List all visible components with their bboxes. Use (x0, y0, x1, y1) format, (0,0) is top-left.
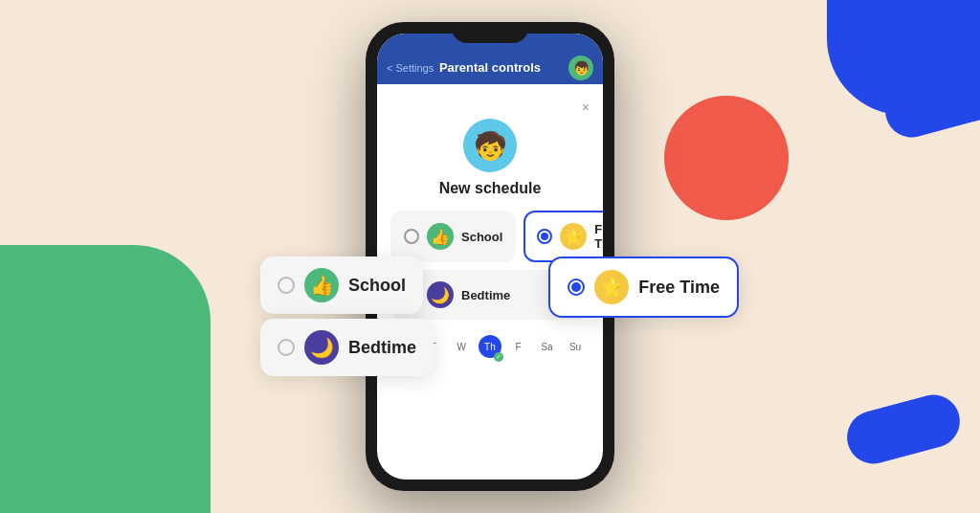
option-freetime[interactable]: ⭐ Free Time (523, 211, 603, 262)
phone-notch (452, 22, 528, 43)
float-radio-school (278, 277, 295, 294)
modal-title: New schedule (439, 180, 542, 197)
bg-green-shape (0, 245, 211, 513)
option-school[interactable]: 👍 School (390, 211, 516, 262)
phone-wrapper: < Settings Parental controls 👦 × 🧒 New s… (366, 22, 614, 491)
bedtime-icon: 🌙 (427, 281, 454, 308)
float-radio-freetime (568, 279, 585, 296)
radio-freetime (537, 229, 552, 244)
school-label: School (461, 230, 502, 244)
option-row-1: 👍 School ⭐ Free Time (390, 211, 590, 262)
float-freetime-label: Free Time (638, 278, 720, 298)
float-radio-bedtime (278, 339, 295, 356)
day-Sa[interactable]: Sa (535, 335, 558, 358)
freetime-label: Free Time (594, 222, 603, 251)
day-F[interactable]: F (507, 335, 530, 358)
header-avatar: 👦 (568, 56, 593, 80)
float-freetime-icon: ⭐ (594, 270, 629, 304)
bg-blue-shape-bottom (841, 389, 966, 469)
bg-red-shape (664, 96, 789, 220)
school-icon: 👍 (427, 223, 454, 250)
day-Th[interactable]: Th ✓ (479, 335, 501, 358)
float-bedtime-label: Bedtime (348, 338, 416, 358)
float-school-label: School (348, 276, 406, 296)
radio-school (404, 229, 419, 244)
day-check-icon: ✓ (494, 352, 503, 362)
close-button[interactable]: × (582, 100, 590, 115)
floating-bedtime-card[interactable]: 🌙 Bedtime (260, 319, 434, 376)
floating-school-card[interactable]: 👍 School (260, 256, 423, 314)
back-button[interactable]: < Settings (387, 62, 434, 74)
bedtime-label: Bedtime (461, 288, 510, 302)
float-school-icon: 👍 (304, 268, 339, 302)
header-title: Parental controls (439, 60, 541, 75)
floating-freetime-card[interactable]: ⭐ Free Time (548, 256, 739, 318)
day-Su[interactable]: Su (564, 335, 587, 358)
freetime-icon: ⭐ (560, 223, 587, 250)
day-W[interactable]: W (450, 335, 473, 358)
modal-avatar: 🧒 (463, 119, 517, 172)
back-label: < Settings (387, 62, 434, 74)
float-bedtime-icon: 🌙 (304, 330, 339, 365)
